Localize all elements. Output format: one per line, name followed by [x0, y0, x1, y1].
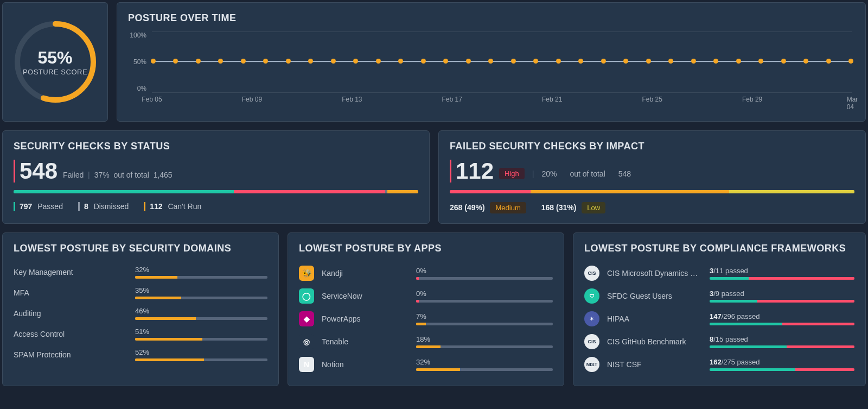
compliance-row[interactable]: NISTNIST CSF162/275 passed — [584, 353, 854, 376]
framework-label: HIPAA — [607, 314, 702, 323]
security-checks-status-card: SECURITY CHECKS BY STATUS 548 Failed | 3… — [2, 130, 430, 224]
chart-point[interactable] — [443, 59, 448, 64]
legend-dismissed[interactable]: 8 Dismissed — [78, 202, 129, 211]
chart-point[interactable] — [646, 59, 651, 64]
posture-over-time-title: POSTURE OVER TIME — [128, 12, 854, 24]
framework-label: NIST CSF — [607, 360, 702, 369]
domain-row[interactable]: MFA35% — [14, 282, 267, 303]
legend-medium[interactable]: 268 (49%) Medium — [450, 202, 526, 213]
app-row[interactable]: ◆PowerApps7% — [299, 307, 553, 330]
framework-icon: NIST — [584, 357, 599, 372]
chart-point[interactable] — [848, 59, 853, 64]
x-tick: Feb 09 — [242, 96, 262, 103]
posture-over-time-card: POSTURE OVER TIME 100% 50% 0% Feb 05Feb … — [117, 2, 866, 122]
chart-point[interactable] — [578, 59, 583, 64]
card-title: SECURITY CHECKS BY STATUS — [14, 141, 418, 152]
domain-label: MFA — [14, 288, 127, 297]
chart-point[interactable] — [353, 59, 358, 64]
posture-score-pct: 55% — [37, 48, 72, 68]
chart-point[interactable] — [398, 59, 403, 64]
failed-label: Failed — [63, 171, 84, 179]
app-icon: ◎ — [299, 334, 314, 349]
x-tick: Feb 05 — [142, 96, 162, 103]
app-icon: 🐝 — [299, 266, 314, 281]
chart-point[interactable] — [286, 59, 291, 64]
failed-checks-impact-card: FAILED SECURITY CHECKS BY IMPACT 112 Hig… — [438, 130, 866, 224]
of-total-label: out of total — [570, 169, 605, 178]
legend-cant-run[interactable]: 112 Can't Run — [144, 202, 201, 211]
x-tick: Feb 29 — [742, 96, 762, 103]
app-label: Tenable — [322, 337, 409, 346]
chart-point[interactable] — [736, 59, 741, 64]
app-label: Notion — [322, 360, 409, 369]
chart-point[interactable] — [556, 59, 561, 64]
framework-label: CIS GitHub Benchmark — [607, 337, 702, 346]
compliance-row[interactable]: 🛡SFDC Guest Users3/9 passed — [584, 285, 854, 307]
chart-point[interactable] — [691, 59, 696, 64]
domain-row[interactable]: Key Management32% — [14, 262, 267, 282]
compliance-row[interactable]: ✶HIPAA147/296 passed — [584, 307, 854, 330]
framework-passed: 3/9 passed — [710, 290, 854, 298]
chart-point[interactable] — [826, 59, 831, 64]
framework-icon: CIS — [584, 334, 599, 349]
chart-point[interactable] — [511, 59, 516, 64]
posture-by-apps-card: LOWEST POSTURE BY APPS 🐝Kandji0%◯Service… — [288, 232, 564, 386]
domain-label: Auditing — [14, 309, 127, 318]
impact-bar — [450, 190, 854, 193]
chart-point[interactable] — [331, 59, 336, 64]
chart-point[interactable] — [421, 59, 426, 64]
compliance-row[interactable]: CISCIS Microsoft Dynamics 365 …3/11 pass… — [584, 262, 854, 285]
chart-point[interactable] — [151, 59, 156, 64]
x-tick: Feb 21 — [542, 96, 562, 103]
chart-point[interactable] — [308, 59, 313, 64]
chart-point[interactable] — [758, 59, 763, 64]
legend-low[interactable]: 168 (31%) Low — [541, 202, 605, 213]
app-row[interactable]: 🐝Kandji0% — [299, 262, 553, 285]
app-pct: 7% — [416, 312, 553, 320]
chart-point[interactable] — [601, 59, 606, 64]
app-row[interactable]: NNotion32% — [299, 353, 553, 376]
domain-row[interactable]: SPAM Protection52% — [14, 344, 267, 365]
chart-point[interactable] — [781, 59, 786, 64]
framework-label: SFDC Guest Users — [607, 292, 702, 300]
y-tick: 0% — [128, 85, 146, 92]
chart-point[interactable] — [623, 59, 628, 64]
app-icon: ◯ — [299, 288, 314, 304]
posture-by-domains-card: LOWEST POSTURE BY SECURITY DOMAINS Key M… — [2, 232, 279, 386]
chart-point[interactable] — [803, 59, 808, 64]
chart-point[interactable] — [263, 59, 268, 64]
chart-point[interactable] — [376, 59, 381, 64]
app-label: Kandji — [322, 269, 409, 278]
legend-passed[interactable]: 797 Passed — [14, 202, 63, 211]
chart-point[interactable] — [466, 59, 471, 64]
compliance-row[interactable]: CISCIS GitHub Benchmark8/15 passed — [584, 330, 854, 353]
chart-point[interactable] — [196, 59, 201, 64]
x-tick: Feb 25 — [642, 96, 662, 103]
failed-count: 548 — [20, 160, 58, 183]
domain-row[interactable]: Auditing46% — [14, 303, 267, 324]
chart-point[interactable] — [668, 59, 673, 64]
app-label: PowerApps — [322, 314, 409, 323]
chart-point[interactable] — [173, 59, 178, 64]
framework-label: CIS Microsoft Dynamics 365 … — [607, 269, 702, 278]
app-row[interactable]: ◎Tenable18% — [299, 330, 553, 353]
x-tick: Feb 17 — [442, 96, 462, 103]
app-row[interactable]: ◯ServiceNow0% — [299, 285, 553, 307]
chart-point[interactable] — [488, 59, 493, 64]
domain-pct: 51% — [135, 328, 267, 336]
chart-point[interactable] — [533, 59, 538, 64]
posture-by-compliance-card: LOWEST POSTURE BY COMPLIANCE FRAMEWORKS … — [573, 232, 866, 386]
framework-icon: 🛡 — [584, 288, 599, 304]
app-icon: N — [299, 357, 314, 372]
total-count: 1,465 — [154, 171, 173, 179]
chart-point[interactable] — [218, 59, 223, 64]
chart-point[interactable] — [713, 59, 718, 64]
framework-icon: CIS — [584, 266, 599, 281]
card-title: FAILED SECURITY CHECKS BY IMPACT — [450, 141, 854, 152]
chart-point[interactable] — [241, 59, 246, 64]
card-title: LOWEST POSTURE BY APPS — [299, 243, 553, 254]
framework-passed: 162/275 passed — [710, 358, 854, 366]
app-icon: ◆ — [299, 311, 314, 326]
domain-row[interactable]: Access Control51% — [14, 324, 267, 344]
status-bar — [14, 190, 418, 193]
